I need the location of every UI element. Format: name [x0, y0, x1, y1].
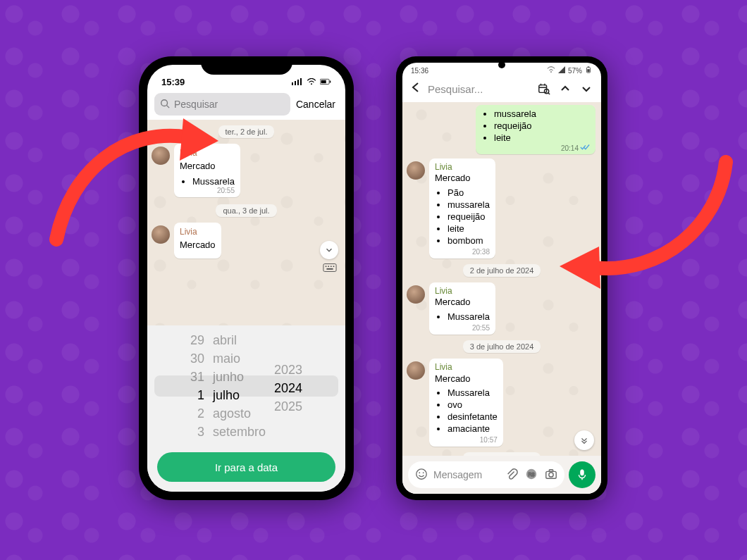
search-input[interactable]: Pesquisar... [428, 83, 531, 95]
incoming-bubble[interactable]: Livia Mercado Mussarela 20:55 [174, 144, 240, 197]
search-icon [160, 99, 174, 111]
message-time: 20:14 [561, 144, 590, 153]
picker-wheels[interactable]: 29 30 31 1 2 3 4 abril maio junho julho … [147, 325, 345, 445]
date-chip: 3 de julho de 2024 [463, 340, 541, 353]
battery-text: 57% [568, 67, 582, 75]
avatar[interactable] [407, 161, 425, 180]
android-search-row: Pesquisar... [402, 78, 601, 102]
message-row: Livia Mercado Mussarela 20:55 [147, 142, 345, 199]
avatar[interactable] [152, 147, 170, 165]
svg-point-16 [550, 71, 552, 73]
date-chip: qua., 3 de jul. [216, 204, 276, 217]
cancel-button[interactable]: Cancelar [296, 99, 338, 110]
incoming-bubble[interactable]: Livia Mercado Pão mussarela requeijão le… [429, 158, 495, 259]
sender-name: Livia [435, 162, 490, 173]
sender-name: Livia [180, 147, 235, 158]
svg-point-33 [549, 472, 553, 476]
svg-marker-17 [558, 66, 565, 73]
list-item: ovo [447, 399, 498, 411]
list-item: Mussarela [447, 387, 498, 399]
camera-icon[interactable] [545, 468, 557, 483]
mic-button[interactable] [569, 461, 595, 488]
svg-text:R$: R$ [528, 471, 534, 477]
svg-point-8 [161, 99, 168, 106]
incoming-bubble[interactable]: Livia Mercado [174, 223, 221, 259]
message-time: 10:57 [480, 435, 498, 444]
svg-rect-2 [297, 80, 299, 85]
message-time: 20:55 [217, 186, 235, 196]
attach-icon[interactable] [505, 468, 518, 483]
svg-point-4 [311, 83, 312, 85]
outgoing-bubble[interactable]: mussarela requeijão leite 20:14 [476, 105, 595, 154]
list-item: bombom [447, 235, 490, 247]
ios-chat-surface[interactable]: ter., 2 de jul. Livia Mercado Mussarela … [147, 120, 345, 325]
incoming-bubble[interactable]: Livia Mercado Mussarela 20:55 [429, 282, 495, 335]
ios-status-right [292, 77, 331, 87]
date-chip: 6 de julho de 2024 [463, 452, 541, 456]
android-camera-hole [498, 61, 505, 68]
list-item: mussarela [447, 199, 490, 211]
avatar[interactable] [407, 285, 425, 304]
list-item: desinfetante [447, 411, 498, 423]
avatar[interactable] [407, 361, 425, 380]
android-time: 15:36 [411, 67, 428, 75]
list-item: mussarela [494, 108, 590, 120]
message-row: Livia Mercado Pão mussarela requeijão le… [402, 157, 601, 260]
back-button[interactable] [409, 81, 422, 97]
svg-point-28 [419, 472, 420, 473]
message-row: Livia Mercado Mussarela 20:55 [402, 281, 601, 336]
read-ticks-icon [580, 144, 590, 153]
android-mock: 15:36 57% Pesquisar... mussarela requeij… [396, 56, 607, 500]
list-item: Pão [447, 187, 490, 199]
results-up-button[interactable] [557, 81, 573, 97]
ios-search-row: Pesquisar Cancelar [147, 89, 345, 120]
keyboard-icon-row [147, 260, 345, 277]
svg-rect-7 [330, 81, 331, 83]
keyboard-icon[interactable] [323, 263, 337, 275]
svg-line-9 [167, 105, 170, 108]
list-item: Mussarela [447, 311, 490, 323]
date-chip: 2 de julho de 2024 [463, 264, 541, 277]
payment-icon[interactable]: R$ [525, 468, 538, 483]
avatar[interactable] [152, 225, 170, 244]
svg-rect-19 [588, 66, 590, 67]
date-picker-panel: 29 30 31 1 2 3 4 abril maio junho julho … [147, 325, 345, 492]
sender-name: Livia [435, 362, 498, 373]
svg-rect-10 [323, 264, 336, 272]
svg-rect-3 [300, 78, 302, 85]
results-down-button[interactable] [579, 81, 594, 97]
calendar-search-icon[interactable] [536, 81, 552, 97]
svg-rect-21 [539, 85, 547, 93]
svg-point-27 [416, 468, 426, 478]
sender-name: Livia [180, 226, 216, 237]
message-row: Livia Mercado Mussarela ovo desinfetante… [402, 357, 601, 448]
emoji-icon[interactable] [415, 468, 428, 483]
battery-icon [584, 66, 593, 75]
message-body: Mercado [180, 239, 216, 251]
wifi-icon [547, 66, 555, 75]
android-screen: 15:36 57% Pesquisar... mussarela requeij… [402, 63, 601, 494]
message-input[interactable]: Mensagem R$ [408, 461, 564, 488]
date-chip: ter., 2 de jul. [218, 125, 275, 138]
android-chat-surface[interactable]: mussarela requeijão leite 20:14 Livia Me… [402, 102, 601, 456]
message-body: Mercado Pão mussarela requeijão leite bo… [435, 173, 490, 255]
go-to-date-button[interactable]: Ir para a data [157, 452, 335, 482]
android-input-bar: Mensagem R$ [402, 456, 601, 494]
scroll-down-button[interactable] [574, 430, 594, 450]
list-item: leite [447, 223, 490, 235]
search-input[interactable]: Pesquisar [154, 93, 290, 116]
message-row: Livia Mercado [147, 221, 345, 260]
svg-rect-20 [587, 69, 589, 72]
incoming-bubble[interactable]: Livia Mercado Mussarela ovo desinfetante… [429, 359, 503, 447]
svg-rect-35 [581, 470, 584, 475]
message-placeholder: Mensagem [433, 469, 482, 480]
sender-name: Livia [435, 286, 490, 297]
signal-icon [557, 66, 566, 75]
message-time: 20:55 [472, 323, 490, 332]
svg-rect-34 [549, 469, 552, 471]
message-time: 20:38 [472, 247, 490, 256]
svg-point-29 [423, 472, 424, 473]
svg-rect-6 [321, 80, 326, 83]
svg-line-26 [548, 93, 550, 94]
ios-time: 15:39 [161, 77, 185, 87]
